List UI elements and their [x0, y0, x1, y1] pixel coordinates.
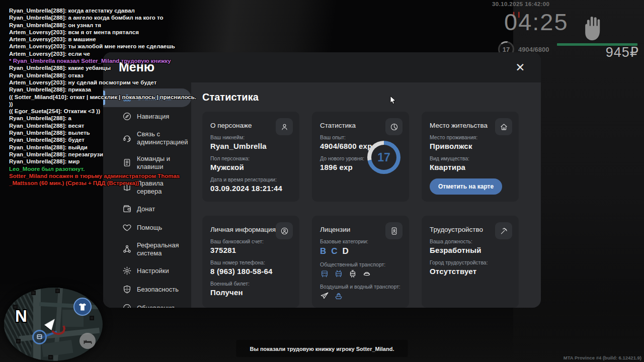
chat-line: Artem_Loversy[203]: всм я от мента прята… — [9, 29, 291, 36]
minimap-blip — [16, 339, 21, 343]
chat-line: Leo_Moore был разоткнут. — [9, 165, 291, 172]
sidebar-item-label: Донат — [137, 205, 155, 213]
pie-chart-icon — [385, 118, 403, 135]
chat-line: (( Sotter_Miland[410]: откат | миссклик … — [9, 94, 291, 101]
sidebar-item-безопасность[interactable]: Безопасность — [103, 280, 191, 299]
chat-line: Ryan_Umbrella[288]: будет — [9, 136, 291, 143]
license-row — [320, 269, 401, 279]
card-лицензии: ЛицензииБазовые категории:BCDОбщественны… — [312, 216, 409, 308]
chat-line: Ryan_Umbrella[288]: вылеть — [9, 129, 291, 136]
chat-log: Ryan_Umbrella[288]: когда атестатку сдав… — [9, 7, 291, 187]
chat-line: * Ryan_Umbrella показал Sotter_Miland тр… — [9, 57, 291, 64]
shield-icon — [122, 285, 132, 294]
minimap-blip — [90, 316, 94, 320]
level-value: 17 — [371, 145, 396, 170]
sidebar-item-обновления[interactable]: Обновления — [103, 299, 191, 308]
sidebar-item-label: Обновления — [137, 304, 175, 308]
field-label: Воздушный и водный транспорт: — [320, 284, 401, 290]
field-value: Квартира — [430, 163, 511, 171]
chat-line: Ryan_Umbrella[288]: мир — [9, 158, 291, 165]
hud-datetime: 30.10.2025 16:42:00 — [492, 1, 549, 7]
bus-stop-icon — [32, 330, 47, 344]
field-label: Вид имущества: — [430, 155, 511, 161]
minimap-road — [33, 288, 41, 361]
game-screen: Ryan_Umbrella[288]: когда атестатку сдав… — [0, 0, 644, 362]
taxi-cap-icon — [362, 269, 371, 279]
trolleybus-icon — [334, 269, 343, 279]
chat-line: _Mattsson (60 мин.) (Срезы + ПДД (Встреч… — [9, 179, 291, 187]
card-трудоустройство: ТрудоустройствоВаша должность:Безработны… — [422, 216, 519, 308]
build-version-label: MTA Province #4 (build: 6.12421.9) — [564, 355, 641, 360]
card-статистика: СтатистикаВаш опыт:4904/6800 expДо новог… — [312, 112, 409, 202]
chat-line: Artem_Loversy[203]: если че — [9, 50, 291, 57]
license-row — [320, 292, 401, 301]
field-label: Военный билет: — [210, 281, 291, 287]
field-value: Безработный — [430, 246, 511, 254]
sidebar-item-label: Настройки — [137, 267, 169, 275]
chat-line: )) — [9, 101, 291, 108]
updates-icon — [122, 303, 132, 308]
field-label: Общественный транспорт: — [320, 261, 401, 267]
minimap-building — [41, 340, 73, 357]
chat-line: Ryan_Umbrella[288]: какие уебанцы — [9, 64, 291, 71]
chat-line: Ryan_Umbrella[288]: а — [9, 115, 291, 122]
minimap-blip — [48, 355, 53, 359]
level-progress-ring: 17 — [367, 141, 400, 174]
minimap-blip — [55, 289, 60, 293]
plane-icon — [320, 292, 329, 301]
chat-line: Ryan_Umbrella[288]: выйди — [9, 144, 291, 151]
money-counter: 945₽ — [606, 44, 639, 60]
card-место-жительства: Место жительстваМесто проживания:Приволж… — [422, 112, 519, 202]
notification-toast: Вы показали трудовую книжку игроку Sotte… — [236, 340, 408, 357]
license-row: BCD — [320, 246, 401, 256]
referral-icon — [122, 244, 132, 254]
clothing-shop-icon — [73, 298, 92, 316]
field-label: Ваш номер телефона: — [210, 259, 291, 265]
minimap: N — [4, 288, 103, 361]
notification-text: Вы показали трудовую книжку игроку Sotte… — [250, 346, 394, 352]
field-value: Приволжск — [430, 142, 511, 150]
chat-line: Ryan_Umbrella[288]: весят — [9, 122, 291, 129]
chat-line: Ryan_Umbrella[288]: а ангело когда бомби… — [9, 14, 291, 21]
hud-clock: 04:25 — [504, 8, 569, 36]
pickaxe-icon — [495, 222, 512, 239]
card-личная-информация: Личная информацияВаш банковский счет:375… — [202, 216, 299, 308]
sidebar-item-реферальная-система[interactable]: Реферальная система — [103, 237, 191, 261]
mouse-cursor — [390, 96, 396, 105]
gear-icon — [122, 266, 132, 276]
chat-line: Sotter_Miland посажен в тюрьму администр… — [9, 172, 291, 179]
chat-line: Artem_Loversy[203]: ну сделай посмотрим … — [9, 79, 291, 86]
sidebar-item-донат[interactable]: Донат — [103, 200, 191, 218]
hotel-icon — [79, 333, 96, 349]
home-icon — [495, 118, 512, 135]
sidebar-item-настройки[interactable]: Настройки — [103, 261, 191, 280]
field-value: Отсутствует — [430, 267, 511, 276]
close-icon[interactable]: ✕ — [513, 60, 528, 75]
chat-line: Ryan_Umbrella[288]: перезагрузи — [9, 151, 291, 158]
chat-line: Artem_Loversy[203]: ты жалобой мне ничег… — [9, 43, 291, 50]
bus-icon — [320, 269, 329, 279]
chat-line: (( Egor_Sueta[254]: Откатик <3 )) — [9, 108, 291, 115]
license-category-b: B — [320, 246, 326, 256]
field-value: 375281 — [210, 246, 291, 254]
ship-icon — [334, 292, 343, 301]
field-label: Город трудоустройства: — [430, 259, 511, 265]
sidebar-item-label: Помощь — [137, 224, 162, 232]
chat-line: Ryan_Umbrella[288]: отказ — [9, 72, 291, 79]
person-circle-icon — [276, 222, 293, 239]
sidebar-item-label: Реферальная система — [137, 241, 187, 257]
sidebar-item-помощь[interactable]: Помощь — [103, 218, 191, 237]
license-category-c: C — [331, 246, 337, 256]
fist-icon — [580, 13, 606, 42]
chat-line: Artem_Loversy[203]: в машине — [9, 36, 291, 43]
chat-line: Ryan_Umbrella[288]: он узнал тя — [9, 22, 291, 29]
license-category-d: D — [343, 246, 349, 256]
heart-icon — [122, 223, 132, 232]
field-value: Получен — [210, 288, 291, 297]
id-card-icon — [385, 222, 403, 239]
chat-line: Ryan_Umbrella[288]: когда атестатку сдав… — [9, 7, 291, 14]
tram-icon — [348, 269, 357, 279]
wallet-icon — [122, 204, 132, 214]
mark-on-map-button[interactable]: Отметить на карте — [430, 178, 502, 195]
minimap-north-label: N — [15, 307, 27, 326]
